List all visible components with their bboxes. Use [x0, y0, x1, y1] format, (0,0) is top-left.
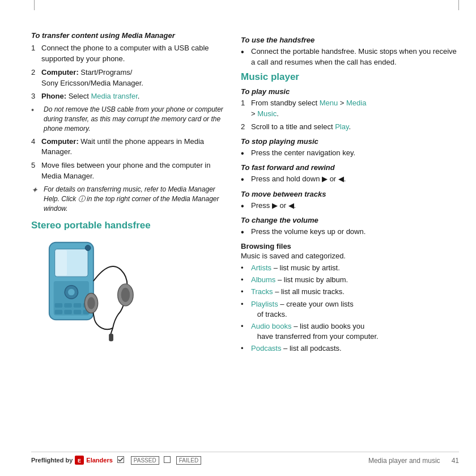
svg-rect-10 — [55, 310, 63, 314]
svg-rect-8 — [74, 303, 82, 308]
tracks-link: Tracks – list all music tracks. — [251, 287, 345, 297]
step-text-5: Move files between your phone and the co… — [41, 160, 224, 182]
artists-link: Artists – list music by artist. — [251, 263, 340, 273]
stop-music-section: To stop playing music • Press the center… — [241, 137, 459, 159]
volume-bullet: • Press the volume keys up or down. — [241, 227, 459, 237]
stop-music-title: To stop playing music — [241, 137, 459, 146]
tip-item: ✦ For details on transferring music, ref… — [31, 185, 224, 213]
handsfree-text: Connect the portable handsfree. Music st… — [251, 46, 459, 68]
svg-point-16 — [121, 288, 130, 302]
list-item-playlists: • Playlists – create your own lists of t… — [241, 299, 459, 320]
elanders-name: Elanders — [86, 457, 112, 464]
fast-forward-bullet: • Press and hold down ▶ or ◀. — [241, 174, 459, 185]
failed-label: FAILED — [176, 456, 201, 465]
step-num-3: 3 — [31, 91, 41, 102]
svg-text:E: E — [78, 458, 81, 464]
section1-title: To transfer content using Media Manager — [31, 31, 224, 40]
passed-label: PASSED — [131, 456, 159, 465]
move-tracks-bullet: • Press ▶ or ◀. — [241, 201, 459, 211]
tip-icon: ✦ — [31, 185, 44, 213]
albums-link: Albums – list music by album. — [251, 275, 348, 285]
step-num-4: 4 — [31, 137, 41, 158]
bullet-icon: • — [241, 46, 251, 68]
step-text-1: Connect the phone to a computer with a U… — [41, 43, 224, 65]
footer-right: Media player and music 41 — [368, 457, 459, 465]
step-3: 3 Phone: Select Media transfer. — [31, 91, 224, 102]
handsfree-section: To use the handsfree • Connect the porta… — [241, 36, 459, 68]
content-area: To transfer content using Media Manager … — [31, 31, 459, 442]
move-tracks-text: Press ▶ or ◀. — [251, 201, 459, 211]
play-step-2: 2 Scroll to a title and select Play. — [241, 122, 459, 133]
bullet-albums: • — [241, 275, 251, 285]
warning-icon: • — [31, 105, 44, 133]
browsing-list: • Artists – list music by artist. • Albu… — [241, 263, 459, 354]
step-5: 5 Move files between your phone and the … — [31, 160, 224, 182]
playlists-link: Playlists – create your own lists of tra… — [251, 299, 354, 320]
preflighted-label: Preflighted by E Elanders — [31, 456, 113, 465]
bullet-icon2: • — [241, 148, 251, 159]
left-column: To transfer content using Media Manager … — [31, 31, 224, 442]
checkbox-passed-icon — [117, 456, 124, 463]
bullet-icon5: • — [241, 227, 251, 237]
checkbox-failed — [164, 456, 171, 464]
play-step-text-1: From standby select Menu > Media> Music. — [251, 98, 459, 120]
podcasts-link: Podcasts – list all podcasts. — [251, 343, 342, 354]
svg-point-14 — [85, 245, 91, 251]
move-tracks-section: To move between tracks • Press ▶ or ◀. — [241, 190, 459, 211]
footer-page-label: Media player and music — [368, 457, 440, 465]
step-text-4: Computer: Wait until the phone appears i… — [41, 137, 224, 158]
svg-rect-11 — [64, 310, 72, 314]
fast-forward-title: To fast forward and rewind — [241, 163, 459, 172]
crop-mark-top-right — [458, 0, 459, 10]
svg-rect-25 — [164, 457, 170, 463]
bullet-artists: • — [241, 263, 251, 273]
list-item-artists: • Artists – list music by artist. — [241, 263, 459, 273]
play-music-title: To play music — [241, 87, 459, 96]
bullet-tracks: • — [241, 287, 251, 297]
play-step-num-2: 2 — [241, 122, 251, 133]
right-column: To use the handsfree • Connect the porta… — [241, 31, 459, 442]
handsfree-title: To use the handsfree — [241, 36, 459, 44]
bullet-playlists: • — [241, 299, 251, 309]
step-1: 1 Connect the phone to a computer with a… — [31, 43, 224, 65]
audiobooks-link: Audio books – list audio books you have … — [251, 321, 379, 342]
browsing-sub: Music is saved and categorized. — [241, 252, 459, 260]
handsfree-bullet: • Connect the portable handsfree. Music … — [241, 46, 459, 68]
play-music-section: To play music 1 From standby select Menu… — [241, 87, 459, 133]
play-step-1: 1 From standby select Menu > Media> Musi… — [241, 98, 459, 120]
music-player-heading: Music player — [241, 71, 459, 83]
list-item-podcasts: • Podcasts – list all podcasts. — [241, 343, 459, 354]
stereo-heading: Stereo portable handsfree — [31, 220, 224, 231]
step-2: 2 Computer: Start/Programs/Sony Ericsson… — [31, 67, 224, 89]
svg-rect-6 — [55, 303, 63, 308]
list-item-tracks: • Tracks – list all music tracks. — [241, 287, 459, 297]
footer-left: Preflighted by E Elanders PASSED FAILED — [31, 456, 201, 465]
footer-divider — [31, 452, 459, 452]
step-num-1: 1 — [31, 43, 41, 65]
preflighted-text: Preflighted by — [31, 457, 73, 464]
play-step-text-2: Scroll to a title and select Play. — [251, 122, 459, 133]
volume-title: To change the volume — [241, 216, 459, 224]
checkbox-passed — [117, 456, 124, 464]
svg-rect-19 — [109, 334, 113, 342]
volume-text: Press the volume keys up or down. — [251, 227, 459, 237]
stop-music-bullet: • Press the center navigation key. — [241, 148, 459, 159]
page-container: To transfer content using Media Manager … — [0, 0, 476, 476]
step-4: 4 Computer: Wait until the phone appears… — [31, 137, 224, 158]
note-text: Do not remove the USB cable from your ph… — [44, 105, 224, 133]
move-tracks-title: To move between tracks — [241, 190, 459, 198]
phone-illustration — [31, 237, 150, 347]
crop-mark-top-left — [34, 0, 35, 10]
play-step-num-1: 1 — [241, 98, 251, 120]
svg-rect-7 — [64, 303, 72, 308]
svg-rect-2 — [56, 250, 67, 276]
step-text-3: Phone: Select Media transfer. — [41, 91, 224, 102]
bullet-audiobooks: • — [241, 321, 251, 332]
step-num-5: 5 — [31, 160, 41, 182]
browsing-section: Browsing files Music is saved and catego… — [241, 242, 459, 354]
svg-point-18 — [87, 298, 95, 309]
tip-text: For details on transferring music, refer… — [44, 185, 224, 213]
step-num-2: 2 — [31, 67, 41, 89]
note-item: • Do not remove the USB cable from your … — [31, 105, 224, 133]
bullet-podcasts: • — [241, 343, 251, 354]
